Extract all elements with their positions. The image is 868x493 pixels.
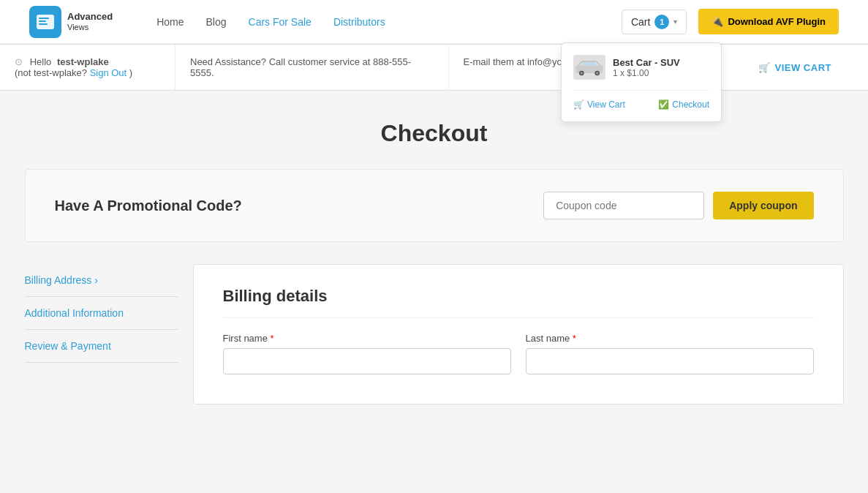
apply-coupon-button[interactable]: Apply coupon [713, 192, 813, 219]
cart-button[interactable]: Cart 1 ▾ [622, 10, 687, 34]
logo-main: Advanced [67, 12, 113, 22]
coupon-title: Have A Promotional Code? [55, 197, 242, 214]
not-user-text: (not test-wplake? [15, 67, 87, 78]
view-cart-text: VIEW CART [775, 62, 831, 73]
svg-rect-2 [39, 20, 46, 22]
billing-panel: Billing details First name * Last name * [193, 264, 844, 404]
header-right: Cart 1 ▾ 🔌 Download AVF Plugin [622, 9, 839, 34]
svg-rect-9 [583, 62, 589, 65]
checkout-link[interactable]: ✅ Checkout [658, 99, 709, 110]
cart-item-qty: 1 x $1.00 [613, 68, 709, 78]
cart-count: 1 [654, 15, 669, 29]
view-cart-icon: 🛒 [758, 62, 771, 73]
cart-dropdown: Best Car - SUV 1 x $1.00 🛒 View Cart ✅ C… [561, 42, 722, 122]
cart-chevron-icon: ▾ [673, 18, 677, 26]
view-cart-label: View Cart [587, 99, 625, 110]
logo[interactable]: Advanced Views [29, 6, 113, 38]
view-cart-link[interactable]: 🛒 View Cart [573, 99, 625, 110]
cart-item-info: Best Car - SUV 1 x $1.00 [613, 57, 709, 78]
last-name-input[interactable] [526, 348, 814, 375]
cart-item-image [573, 55, 605, 80]
cart-item: Best Car - SUV 1 x $1.00 [573, 55, 709, 80]
info-bar-assistance: Need Assistance? Call customer service a… [176, 45, 449, 90]
logo-text: Advanced Views [67, 12, 113, 31]
header: Advanced Views Home Blog Cars For Sale D… [0, 0, 868, 44]
checkout-layout: Billing Address › Additional Information… [25, 264, 844, 404]
cart-label: Cart [631, 16, 650, 28]
nav-blog[interactable]: Blog [206, 16, 227, 28]
sidebar: Billing Address › Additional Information… [25, 264, 193, 363]
logo-sub: Views [67, 23, 113, 31]
name-form-row: First name * Last name * [223, 333, 814, 375]
svg-point-8 [596, 72, 598, 74]
paren-close: ) [129, 67, 132, 78]
first-name-group: First name * [223, 333, 511, 375]
hello-text: Hello [30, 56, 52, 67]
cart-dropdown-actions: 🛒 View Cart ✅ Checkout [573, 90, 709, 110]
download-button[interactable]: 🔌 Download AVF Plugin [698, 9, 839, 34]
sidebar-item-billing-address[interactable]: Billing Address › [25, 264, 178, 297]
cart-item-name: Best Car - SUV [613, 57, 709, 68]
first-name-label: First name * [223, 333, 511, 344]
download-label: Download AVF Plugin [728, 16, 826, 27]
nav-cars-for-sale[interactable]: Cars For Sale [249, 16, 312, 28]
download-plugin-icon: 🔌 [712, 16, 723, 27]
nav-home[interactable]: Home [156, 16, 184, 28]
logo-icon [29, 6, 61, 38]
coupon-input[interactable] [543, 192, 704, 219]
page-title-section: Checkout [0, 91, 868, 162]
coupon-right: Apply coupon [543, 192, 813, 219]
view-cart-button[interactable]: 🛒 VIEW CART [758, 62, 831, 73]
svg-rect-1 [39, 18, 49, 19]
sidebar-item-additional-info[interactable]: Additional Information [25, 297, 178, 330]
first-name-input[interactable] [223, 348, 511, 375]
review-payment-label: Review & Payment [25, 340, 111, 352]
info-bar-icon: ⊙ [15, 56, 23, 67]
checkout-icon: ✅ [658, 99, 669, 110]
sidebar-item-review-payment[interactable]: Review & Payment [25, 330, 178, 363]
info-bar-user: ⊙ Hello test-wplake (not test-wplake? Si… [0, 45, 176, 90]
last-name-label: Last name * [526, 333, 814, 344]
last-name-required: * [573, 333, 576, 344]
checkout-label: Checkout [672, 99, 709, 110]
assistance-text: Need Assistance? Call customer service a… [190, 56, 411, 78]
billing-title: Billing details [223, 287, 814, 318]
svg-point-7 [581, 72, 583, 74]
svg-rect-3 [39, 23, 48, 25]
main-nav: Home Blog Cars For Sale Distributors [156, 16, 385, 28]
main-content: Have A Promotional Code? Apply coupon Bi… [10, 162, 858, 434]
cart-icon: 🛒 [573, 99, 584, 110]
page-title: Checkout [0, 120, 868, 147]
svg-rect-10 [589, 62, 595, 65]
first-name-required: * [271, 333, 274, 344]
info-bar-view-cart: 🛒 VIEW CART [722, 45, 868, 90]
info-bar: ⊙ Hello test-wplake (not test-wplake? Si… [0, 44, 868, 91]
coupon-section: Have A Promotional Code? Apply coupon [25, 169, 844, 242]
billing-address-label: Billing Address [25, 274, 92, 286]
user-name-text: test-wplake [57, 56, 109, 67]
billing-address-chevron: › [94, 274, 98, 286]
sign-out-link[interactable]: Sign Out [90, 67, 127, 78]
nav-distributors[interactable]: Distributors [333, 16, 385, 28]
last-name-group: Last name * [526, 333, 814, 375]
additional-info-label: Additional Information [25, 307, 124, 319]
billing-address-link[interactable]: Billing Address › [25, 274, 178, 286]
